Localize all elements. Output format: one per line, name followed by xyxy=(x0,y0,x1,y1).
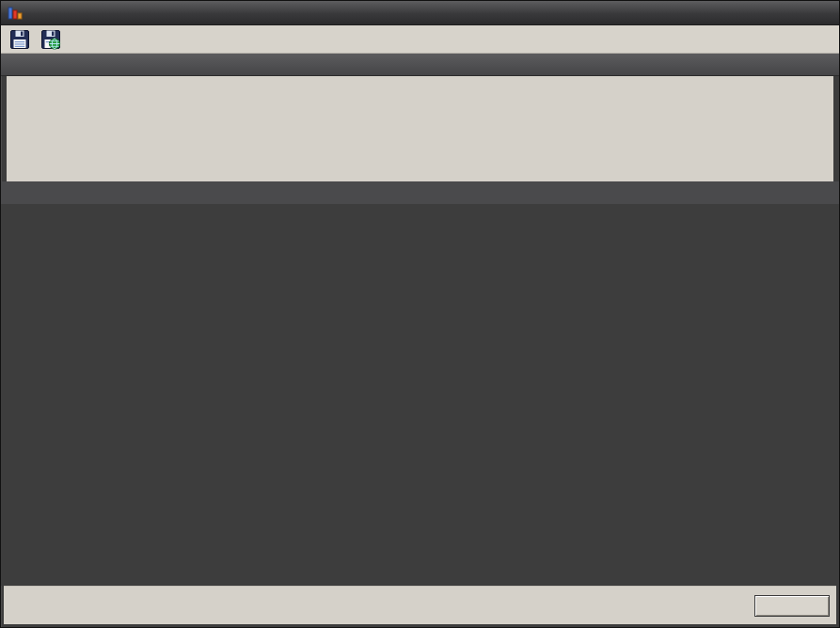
close-button[interactable] xyxy=(754,595,830,617)
bar-chart-app-icon xyxy=(8,6,23,21)
titlebar xyxy=(1,1,839,25)
footer-bar xyxy=(4,586,836,624)
toolbar xyxy=(1,25,839,54)
floppy-globe-icon xyxy=(40,29,61,50)
distribution-panels xyxy=(4,204,836,389)
tab-content xyxy=(1,204,839,586)
tab-strip xyxy=(1,181,839,204)
floppy-disk-icon xyxy=(9,29,30,50)
export-report-button[interactable] xyxy=(39,27,63,52)
view-report-window xyxy=(0,0,840,628)
path-distribution-wrap xyxy=(4,394,836,582)
report-info-panel xyxy=(7,76,833,181)
save-report-button[interactable] xyxy=(8,27,32,52)
report-title xyxy=(1,54,839,76)
